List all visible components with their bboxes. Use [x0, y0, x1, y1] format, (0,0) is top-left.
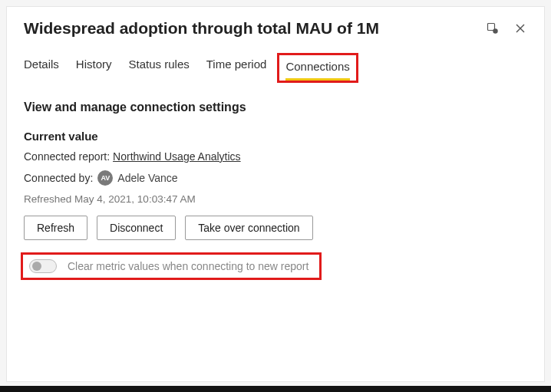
refreshed-row: Refreshed May 4, 2021, 10:03:47 AM	[24, 193, 527, 205]
svg-rect-0	[488, 24, 495, 31]
connected-by-row: Connected by: AV Adele Vance	[24, 170, 527, 186]
connected-report-row: Connected report: Northwind Usage Analyt…	[24, 150, 527, 163]
panel-header: Widespread adoption through total MAU of…	[7, 7, 544, 44]
details-panel: Widespread adoption through total MAU of…	[6, 6, 545, 382]
tab-details[interactable]: Details	[24, 53, 59, 83]
connected-report-label: Connected report:	[24, 150, 110, 163]
active-tab-underline	[285, 78, 349, 81]
connected-report-link[interactable]: Northwind Usage Analytics	[113, 150, 241, 163]
refresh-button[interactable]: Refresh	[24, 216, 87, 240]
refreshed-value: May 4, 2021, 10:03:47 AM	[74, 193, 196, 205]
connections-section: View and manage connection settings Curr…	[7, 84, 544, 280]
toggle-knob	[32, 262, 41, 271]
avatar: AV	[97, 170, 113, 186]
header-actions	[486, 21, 527, 35]
clear-values-toggle[interactable]	[29, 259, 57, 273]
tab-bar: Details History Status rules Time period…	[7, 44, 544, 84]
tab-connections[interactable]: Connections	[285, 55, 349, 81]
disconnect-button[interactable]: Disconnect	[97, 216, 176, 240]
bottom-edge	[0, 386, 551, 392]
section-title: View and manage connection settings	[24, 100, 527, 114]
clear-values-toggle-label: Clear metric values when connecting to n…	[68, 260, 308, 272]
tab-status-rules[interactable]: Status rules	[129, 53, 190, 83]
connected-by-name: Adele Vance	[117, 172, 177, 184]
close-icon[interactable]	[513, 21, 527, 35]
tab-connections-label: Connections	[285, 60, 349, 73]
refreshed-label: Refreshed	[24, 193, 71, 205]
take-over-button[interactable]: Take over connection	[185, 216, 312, 240]
connected-by-label: Connected by:	[24, 172, 93, 184]
open-external-icon[interactable]	[486, 21, 500, 35]
highlight-toggle-row: Clear metric values when connecting to n…	[21, 252, 322, 280]
tab-time-period[interactable]: Time period	[206, 53, 267, 83]
current-value-label: Current value	[24, 130, 527, 143]
tab-history[interactable]: History	[76, 53, 112, 83]
highlight-connections-tab: Connections	[277, 53, 358, 83]
svg-point-1	[493, 28, 497, 33]
button-row: Refresh Disconnect Take over connection	[24, 216, 527, 240]
panel-title: Widespread adoption through total MAU of…	[24, 19, 486, 38]
